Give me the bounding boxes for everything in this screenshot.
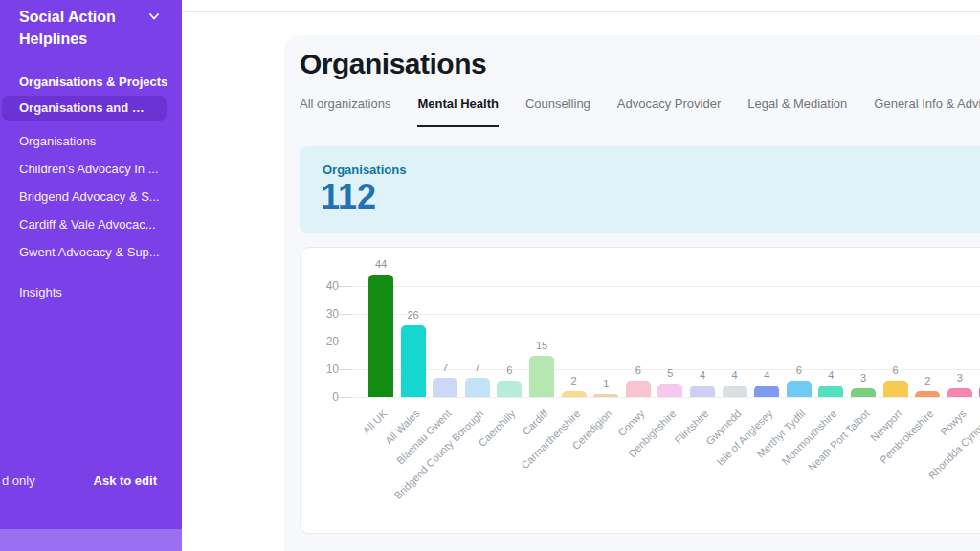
stat-card-organisations: Organisations 112 — [300, 146, 980, 233]
axis-tick — [339, 342, 352, 342]
tab-legal-mediation[interactable]: Legal & Mediation — [747, 97, 847, 127]
sidebar-bottom-strip — [0, 529, 182, 551]
bar-all-uk[interactable] — [368, 275, 393, 397]
bar-isle-of-anglesey[interactable] — [754, 386, 779, 397]
bar-powys[interactable] — [947, 388, 972, 397]
read-only-label: d only — [2, 474, 35, 488]
bar-denbighshire[interactable] — [657, 384, 682, 398]
bar-caerphilly[interactable] — [497, 381, 522, 397]
x-axis-category-label: Powys — [845, 408, 969, 531]
bar-value-label: 1 — [587, 378, 625, 389]
bar-conwy[interactable] — [626, 381, 651, 397]
sidebar-section-organisations-projects: Organisations & Projects — [19, 75, 167, 89]
sidebar-item[interactable]: Cardiff & Vale Advocac... — [0, 210, 182, 238]
sidebar: Social Action Helplines Organisations & … — [0, 0, 182, 529]
tab-advocacy-provider[interactable]: Advocacy Provider — [617, 97, 721, 127]
x-axis-category-label: Caerphilly — [394, 408, 518, 531]
x-axis-category-label: Cardiff — [427, 408, 550, 531]
x-axis-category-label: Denbighshire — [555, 408, 679, 531]
stat-card-label: Organisations — [323, 163, 406, 177]
bar-value-label: 6 — [877, 364, 915, 376]
top-strip — [182, 0, 980, 12]
bar-ceredigion[interactable] — [593, 394, 618, 397]
bar-value-label: 26 — [394, 309, 433, 320]
bar-value-label: 6 — [490, 364, 528, 376]
tab-all-organizations[interactable]: All organizations — [300, 97, 390, 127]
bar-neath-port-talbot[interactable] — [851, 388, 876, 397]
axis-tick — [339, 369, 352, 370]
axis-tick — [339, 286, 352, 287]
bar-merthyr-tydfil[interactable] — [787, 381, 812, 397]
bar-carmarthenshire[interactable] — [562, 391, 587, 397]
y-axis-tick-label: 30 — [304, 307, 339, 320]
sidebar-item[interactable]: Children's Advocacy In ... — [0, 155, 182, 183]
bar-gwynedd[interactable] — [723, 386, 747, 397]
gridline — [345, 342, 980, 342]
bar-all-wales[interactable] — [401, 325, 426, 397]
bar-flintshire[interactable] — [690, 386, 715, 397]
sidebar-nav: Organisations and Serv...OrganisationsCh… — [0, 96, 182, 266]
main-content: Organisations All organizationsMental He… — [284, 35, 980, 551]
y-axis-tick-label: 10 — [304, 363, 339, 376]
bar-monmouthshire[interactable] — [818, 386, 843, 397]
bar-newport[interactable] — [883, 381, 908, 397]
bar-pembrokeshire[interactable] — [915, 391, 940, 397]
tab-general-info-advice[interactable]: General Info & Advice — [874, 97, 980, 127]
chevron-down-icon[interactable] — [147, 10, 161, 23]
sidebar-item[interactable]: Organisations — [0, 127, 182, 155]
bar-blaenau-gwent[interactable] — [433, 378, 457, 397]
bar-value-label: 15 — [523, 340, 561, 351]
bar-chart: 010203040 44267761521654446436234 All UK… — [300, 247, 980, 534]
gridline — [345, 314, 980, 315]
bar-bridgend-county-borough[interactable] — [465, 378, 490, 397]
x-axis-category-label: Merthyr Tydfil — [684, 408, 808, 531]
x-axis-category-label: Monmouthshire — [716, 408, 839, 531]
tab-counselling[interactable]: Counselling — [525, 97, 590, 127]
x-axis-category-label: Ceredigion — [491, 408, 614, 531]
bar-cardiff[interactable] — [529, 356, 554, 398]
tab-mental-health[interactable]: Mental Health — [417, 97, 499, 127]
y-axis-tick-label: 40 — [304, 279, 339, 293]
x-axis-category-label: Neath Port Talbot — [748, 408, 872, 531]
bar-value-label: 4 — [972, 369, 980, 381]
y-axis-tick-label: 0 — [304, 390, 339, 404]
x-axis-category-label: Isle of Anglesey — [652, 408, 775, 531]
sidebar-item[interactable]: Bridgend Advocacy & S... — [0, 183, 182, 210]
bar-value-label: 44 — [362, 258, 400, 270]
gridline — [345, 397, 980, 398]
axis-tick — [339, 314, 352, 315]
axis-tick — [339, 397, 352, 398]
x-axis-category-label: Conwy — [523, 408, 647, 531]
tab-bar: All organizationsMental HealthCounsellin… — [300, 97, 980, 127]
stat-card-value: 112 — [321, 177, 376, 217]
workspace-title: Social Action Helplines — [19, 6, 153, 50]
sidebar-item[interactable]: Gwent Advocacy & Sup... — [0, 238, 182, 266]
gridline — [345, 286, 980, 287]
sidebar-footer: d only Ask to edit — [0, 474, 182, 493]
sidebar-item-insights[interactable]: Insights — [19, 285, 62, 299]
ask-to-edit-button[interactable]: Ask to edit — [94, 474, 157, 488]
x-axis-category-label: Blaenau Gwent — [330, 408, 454, 531]
x-axis-category-label: Flintshire — [588, 408, 711, 531]
x-axis-category-label: Bridgend County Borough — [363, 408, 486, 531]
sidebar-item[interactable]: Organisations and Serv... — [2, 96, 167, 121]
page-title: Organisations — [300, 48, 486, 80]
x-axis-category-label: Pembrokeshire — [813, 408, 936, 531]
y-axis-tick-label: 20 — [304, 335, 339, 348]
app-root: { "sidebar": { "title": "Social Action H… — [0, 0, 980, 551]
